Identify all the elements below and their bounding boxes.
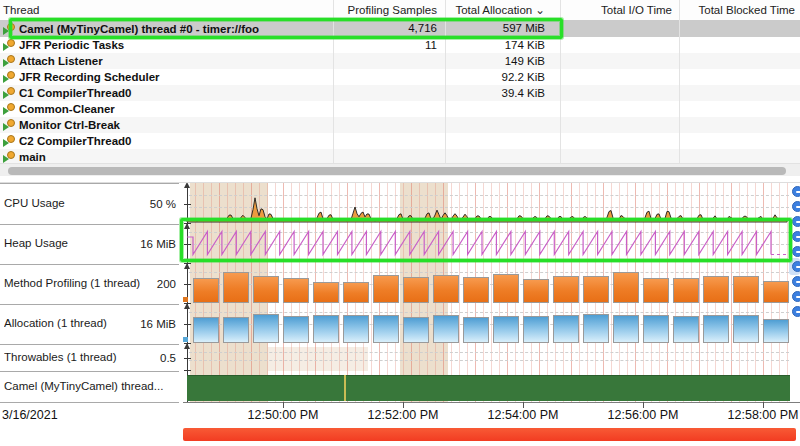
method-profiling-marker [183,297,188,302]
time-tick-label: 12:56:00 PM [598,408,688,422]
samples-cell [333,85,445,101]
gridline-horizontal [189,312,789,313]
column-header-profiling-samples[interactable]: Profiling Samples [333,0,445,20]
allocation-bar [313,315,339,343]
timeline-row-label: Camel (MyTinyCamel) thread... [4,380,163,392]
allocation-bar [553,315,579,343]
blocked-time-cell [679,133,800,149]
allocation-cell [445,133,560,149]
row-settings-icon[interactable] [792,291,800,302]
samples-cell [333,69,445,85]
allocation-cell: 39.4 KiB [445,85,560,101]
allocation-bar [613,315,639,343]
method-profiling-bar [463,277,489,303]
allocation-bar [373,315,399,343]
row-settings-icon[interactable] [792,201,800,212]
icon-glyph [796,296,800,298]
thread-name: Monitor Ctrl-Break [19,117,120,133]
method-profiling-bar [673,278,699,303]
gridline-horizontal [189,272,789,273]
table-row[interactable]: JFR Recording Scheduler92.2 KiB [0,69,800,85]
blocked-time-cell [679,37,800,53]
column-header-total-allocation[interactable]: Total Allocation ⌄ [445,0,560,20]
y-axis-tick [184,324,191,325]
io-time-cell [560,133,679,149]
io-time-cell [560,101,679,117]
column-header-total-blocked-time[interactable]: Total Blocked Time [679,0,800,20]
thread-name: Attach Listener [19,53,103,69]
row-settings-icon[interactable] [792,216,800,227]
method-profiling-bar [643,278,669,303]
table-row[interactable]: C2 CompilerThread0 [0,133,800,149]
table-row[interactable]: JFR Periodic Tasks11174 KiB [0,37,800,53]
table-row[interactable]: Attach Listener149 KiB [0,53,800,69]
allocation-cell [445,149,560,163]
table-row[interactable]: Monitor Ctrl-Break [0,117,800,133]
timeline-chart[interactable] [183,183,800,402]
time-tick-label: 12:54:00 PM [478,408,568,422]
time-tick-label: 12:58:00 PM [718,408,800,422]
table-row[interactable]: C1 CompilerThread039.4 KiB [0,85,800,101]
icon-glyph [796,221,800,223]
profiler-window: ThreadProfiling SamplesTotal Allocation … [0,0,800,446]
allocation-cell [445,101,560,117]
io-time-cell [560,69,679,85]
samples-cell: 11 [333,37,445,53]
allocation-marker [183,337,188,342]
blocked-time-cell [679,117,800,133]
samples-cell [333,53,445,69]
blocked-time-cell [679,69,800,85]
table-row[interactable]: Common-Cleaner [0,101,800,117]
thread-name-cell: C1 CompilerThread0 [0,85,333,101]
io-time-cell [560,37,679,53]
row-settings-icon[interactable] [792,261,800,272]
icon-glyph [796,206,800,208]
y-axis-tick-value: 50 % [0,198,176,210]
method-profiling-bar [403,277,429,303]
table-row[interactable]: main [0,149,800,163]
samples-cell [333,101,445,117]
allocation-bar [193,317,219,343]
row-settings-icon[interactable] [792,246,800,257]
blocked-time-cell [679,149,800,163]
io-time-cell [560,20,679,37]
time-tick-label: 12:52:00 PM [358,408,448,422]
method-profiling-bar [613,272,639,303]
thread-icon [3,119,16,131]
gridline-horizontal [189,324,789,325]
row-separator [0,344,179,345]
method-profiling-bar [253,276,279,303]
method-profiling-bar [433,275,459,303]
thread-name-cell: JFR Periodic Tasks [0,37,333,53]
thread-name-cell: main [0,149,333,163]
column-header-thread[interactable]: Thread [0,0,333,20]
icon-glyph [796,236,800,238]
thread-icon [3,103,16,115]
io-time-cell [560,117,679,133]
blocked-time-cell [679,85,800,101]
row-settings-icon[interactable] [792,306,800,317]
row-settings-icon[interactable] [792,186,800,197]
y-axis-tick-value: 200 [0,278,176,290]
allocation-cell [445,117,560,133]
row-settings-icon[interactable] [792,276,800,287]
horizontal-scrollbar-thumb[interactable] [8,167,786,175]
blocked-time-cell [679,101,800,117]
timeline-range-scrollbar[interactable] [183,428,796,441]
samples-cell [333,117,445,133]
thread-name: JFR Recording Scheduler [19,69,160,85]
method-profiling-bar [493,274,519,303]
column-header-total-i-o-time[interactable]: Total I/O Time [560,0,679,20]
y-axis-tick [184,284,191,285]
table-rows: Camel (MyTinyCamel) thread #0 - timer://… [0,20,800,163]
thread-icon [3,87,16,99]
thread-name-cell: JFR Recording Scheduler [0,69,333,85]
method-profiling-bar [703,276,729,303]
row-settings-icon[interactable] [792,231,800,242]
allocation-bar [643,315,669,343]
allocation-bar [283,316,309,343]
allocation-bar [703,315,729,343]
row-separator [0,183,179,184]
horizontal-scrollbar[interactable] [0,163,800,176]
thread-name-cell: Attach Listener [0,53,333,69]
